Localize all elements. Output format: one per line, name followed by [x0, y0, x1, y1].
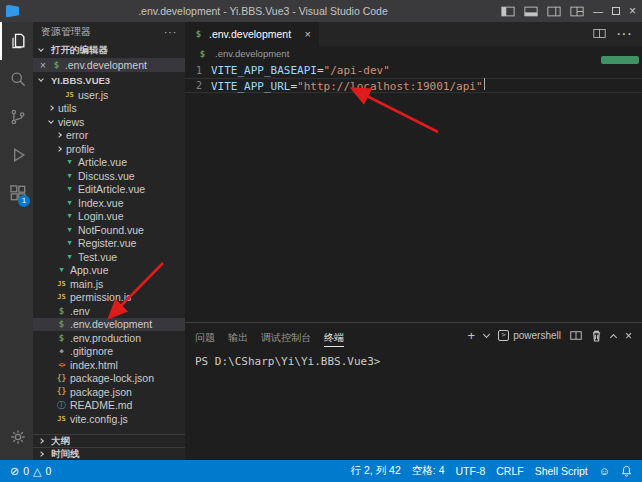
tree-item-Login.vue[interactable]: ▼Login.vue: [33, 210, 185, 224]
json-file-icon: {}: [56, 387, 67, 396]
split-editor-icon[interactable]: [593, 25, 606, 43]
env-file-icon: $: [197, 49, 208, 59]
breadcrumb-file: .env.development: [215, 48, 289, 59]
tab-env-development[interactable]: $ .env.development ×: [185, 22, 319, 46]
tree-item-error[interactable]: error: [33, 129, 185, 143]
vue-file-icon: ▼: [64, 239, 75, 247]
tree-item-index.html[interactable]: <>index.html: [33, 358, 185, 372]
maximize-panel-icon[interactable]: [610, 333, 617, 340]
outline-section[interactable]: 大纲: [33, 434, 185, 447]
close-editor-icon[interactable]: ×: [40, 60, 46, 71]
toggle-panel-icon[interactable]: [524, 6, 538, 17]
tree-item-Discuss.vue[interactable]: ▼Discuss.vue: [33, 169, 185, 183]
new-terminal-icon[interactable]: +: [468, 328, 476, 343]
panel-tab-终端[interactable]: 终端: [324, 327, 344, 347]
powershell-icon: >: [498, 330, 509, 341]
extensions-icon[interactable]: 1: [0, 174, 33, 212]
tree-item-.env.production[interactable]: $.env.production: [33, 331, 185, 345]
chevron-right-icon: [56, 146, 62, 152]
text-cursor: [484, 78, 485, 90]
settings-gear-icon[interactable]: [0, 418, 33, 456]
terminal-output[interactable]: PS D:\CSharp\Yi\Yi.BBS.Vue3>: [185, 348, 642, 375]
tree-item-EditArticle.vue[interactable]: ▼EditArticle.vue: [33, 183, 185, 197]
tree-item-Register.vue[interactable]: ▼Register.vue: [33, 237, 185, 251]
tree-item-.env.development[interactable]: $.env.development: [33, 318, 185, 332]
maximize-button[interactable]: [612, 7, 620, 15]
editor-more-actions-icon[interactable]: ···: [616, 25, 632, 43]
js-file-icon: JS: [56, 415, 67, 423]
split-terminal-icon[interactable]: [570, 330, 582, 341]
vue-file-icon: ▼: [56, 266, 67, 274]
tree-item-.env[interactable]: $.env: [33, 304, 185, 318]
timeline-section[interactable]: 时间线: [33, 447, 185, 460]
code-line-1[interactable]: 1VITE_APP_BASEAPI="/api-dev": [185, 63, 642, 78]
status-item[interactable]: Shell Script: [535, 465, 588, 477]
tree-item-label: Test.vue: [78, 251, 117, 263]
source-control-icon[interactable]: [0, 98, 33, 136]
toggle-sidebar-icon[interactable]: [501, 6, 515, 17]
toggle-secondary-sidebar-icon[interactable]: [547, 6, 561, 17]
panel-tab-输出[interactable]: 输出: [228, 327, 248, 346]
tree-item-README.md[interactable]: ⓘREADME.md: [33, 399, 185, 413]
breadcrumb[interactable]: $ .env.development: [185, 46, 642, 61]
tree-item-App.vue[interactable]: ▼App.vue: [33, 264, 185, 278]
code-editor[interactable]: 1VITE_APP_BASEAPI="/api-dev"2VITE_APP_UR…: [185, 61, 642, 322]
kill-terminal-icon[interactable]: [591, 330, 602, 342]
js-file-icon: JS: [56, 280, 67, 288]
tree-item-package-lock.json[interactable]: {}package-lock.json: [33, 372, 185, 386]
error-icon: ⊘: [10, 465, 19, 478]
line-number: 2: [185, 80, 211, 91]
tab-close-icon[interactable]: ×: [305, 28, 311, 40]
close-panel-icon[interactable]: ×: [625, 329, 632, 343]
open-editors-label: 打开的编辑器: [51, 44, 108, 57]
tree-item-package.json[interactable]: {}package.json: [33, 385, 185, 399]
terminal-prompt: PS D:\CSharp\Yi\Yi.BBS.Vue3>: [195, 355, 380, 368]
panel-tab-调试控制台[interactable]: 调试控制台: [261, 327, 311, 346]
tree-item-label: NotFound.vue: [78, 224, 144, 236]
minimize-button[interactable]: —: [593, 6, 603, 17]
terminal-dropdown-icon[interactable]: [483, 330, 490, 337]
tree-item-.gitignore[interactable]: ◆.gitignore: [33, 345, 185, 359]
tree-item-NotFound.vue[interactable]: ▼NotFound.vue: [33, 223, 185, 237]
tree-item-permission.js[interactable]: JSpermission.js: [33, 291, 185, 305]
feedback-smiley-icon[interactable]: ☺: [599, 465, 610, 477]
more-actions-icon[interactable]: ···: [164, 27, 177, 38]
code-line-2[interactable]: 2VITE_APP_URL="http://localhost:19001/ap…: [185, 78, 642, 93]
tree-item-vite.config.js[interactable]: JSvite.config.js: [33, 412, 185, 426]
file-tree: JSuser.jsutilsviewserrorprofile▼Article.…: [33, 88, 185, 434]
chevron-right-icon: [56, 132, 62, 138]
tree-item-Test.vue[interactable]: ▼Test.vue: [33, 250, 185, 264]
panel-tab-问题[interactable]: 问题: [195, 327, 215, 346]
tree-item-label: .gitignore: [70, 345, 113, 357]
tree-item-Index.vue[interactable]: ▼Index.vue: [33, 196, 185, 210]
vue-file-icon: ▼: [64, 253, 75, 261]
explorer-icon[interactable]: [0, 22, 33, 60]
search-icon[interactable]: [0, 60, 33, 98]
activity-bar: 1: [0, 22, 33, 460]
close-window-button[interactable]: ×: [629, 4, 636, 18]
tree-item-main.js[interactable]: JSmain.js: [33, 277, 185, 291]
notifications-bell-icon[interactable]: [621, 465, 632, 477]
token-str: "http://localhost:19001/api": [297, 80, 482, 93]
tree-item-utils[interactable]: utils: [33, 102, 185, 116]
status-item[interactable]: 行 2, 列 42: [351, 464, 401, 478]
open-editor-item[interactable]: ×$.env.development: [33, 58, 185, 72]
env-file-icon: $: [51, 60, 62, 70]
tree-item-user.js[interactable]: JSuser.js: [33, 88, 185, 102]
bottom-panel: 问题输出调试控制台终端 + > powershell × PS D:\CShar…: [185, 322, 642, 460]
tree-item-label: README.md: [70, 399, 132, 411]
open-editors-header[interactable]: 打开的编辑器: [33, 42, 185, 58]
status-item[interactable]: UTF-8: [455, 465, 485, 477]
tree-item-profile[interactable]: profile: [33, 142, 185, 156]
title-bar: .env.development - Yi.BBS.Vue3 - Visual …: [0, 0, 642, 22]
tree-item-views[interactable]: views: [33, 115, 185, 129]
editor-area: $ .env.development × ··· $ .env.developm…: [185, 22, 642, 460]
problems-status[interactable]: ⊘ 0 △ 0: [10, 465, 51, 478]
tree-item-Article.vue[interactable]: ▼Article.vue: [33, 156, 185, 170]
status-item[interactable]: CRLF: [496, 465, 523, 477]
terminal-shell-selector[interactable]: > powershell: [498, 330, 561, 341]
run-debug-icon[interactable]: [0, 136, 33, 174]
status-item[interactable]: 空格: 4: [412, 464, 445, 478]
customize-layout-icon[interactable]: [570, 6, 584, 17]
project-root-header[interactable]: YI.BBS.VUE3: [33, 72, 185, 88]
